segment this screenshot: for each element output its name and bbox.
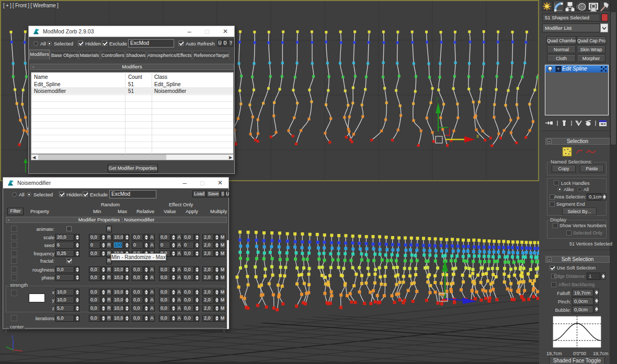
svg-text:z: z xyxy=(12,334,14,339)
svg-text:x: x xyxy=(476,133,479,139)
svg-text:+: + xyxy=(557,66,559,72)
svg-text:[ + ] [ Front ] [ Wireframe ]: [ + ] [ Front ] [ Wireframe ] xyxy=(3,3,59,8)
svg-text:y: y xyxy=(436,96,439,101)
